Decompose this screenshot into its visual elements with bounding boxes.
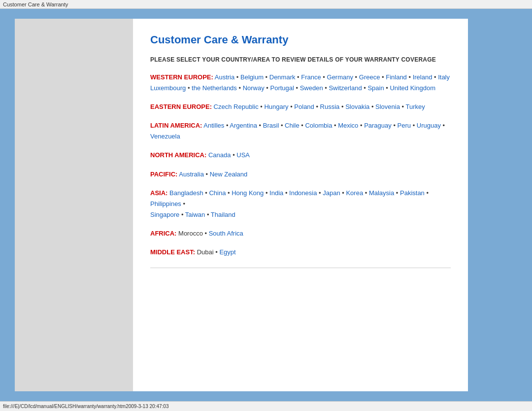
country-link[interactable]: Peru (398, 122, 411, 129)
country-link[interactable]: Indonesia (289, 189, 317, 197)
country-link[interactable]: Slovenia (375, 103, 400, 110)
instruction-text: PLEASE SELECT YOUR COUNTRY/AREA TO REVIE… (150, 56, 451, 63)
country-text: • (294, 84, 300, 92)
separator (150, 268, 451, 268)
country-link[interactable]: Uruguay (417, 122, 441, 129)
country-link[interactable]: Luxembourg (150, 84, 186, 92)
country-text: • (296, 73, 301, 81)
country-link[interactable]: Germany (327, 73, 353, 81)
country-text: • (205, 211, 211, 218)
country-link[interactable]: Portugal (270, 84, 294, 92)
country-link[interactable]: Brasil (263, 122, 279, 129)
main-content: Customer Care & Warranty PLEASE SELECT Y… (133, 19, 468, 391)
country-text: • (441, 122, 445, 129)
country-link[interactable]: Colombia (305, 122, 332, 129)
country-link[interactable]: China (209, 189, 226, 197)
country-link[interactable]: Argentina (230, 122, 257, 129)
country-link[interactable]: USA (236, 151, 250, 159)
country-link[interactable]: Mexico (338, 122, 358, 129)
country-link[interactable]: Ireland (413, 73, 432, 81)
country-link[interactable]: Malaysia (369, 189, 394, 197)
country-link[interactable]: Venezuela (150, 133, 180, 140)
country-text: • (231, 151, 237, 159)
country-link[interactable]: Spain (367, 84, 384, 92)
country-link[interactable]: Russia (320, 103, 340, 110)
country-link[interactable]: Antilles (203, 122, 224, 129)
country-link[interactable]: Philippines (150, 200, 181, 207)
country-text: • (317, 189, 323, 197)
country-text: • (362, 84, 368, 92)
country-text: • (314, 103, 320, 110)
country-link[interactable]: Japan (323, 189, 340, 197)
country-text: • (181, 200, 185, 207)
country-text: • (363, 189, 369, 197)
regions-container: WESTERN EUROPE: Austria • Belgium • Denm… (150, 72, 451, 258)
country-link[interactable]: Pakistan (400, 189, 425, 197)
country-text: • (323, 84, 329, 92)
country-link[interactable]: the Netherlands (192, 84, 237, 92)
country-text: • (264, 189, 269, 197)
country-link[interactable]: Paraguay (364, 122, 392, 129)
country-text: • (179, 211, 185, 218)
country-text: • (392, 122, 398, 129)
country-link[interactable]: India (269, 189, 283, 197)
country-text: • (321, 73, 327, 81)
country-link[interactable]: United Kingdom (390, 84, 435, 92)
region-label: WESTERN EUROPE: (150, 73, 213, 81)
country-link[interactable]: Poland (294, 103, 314, 110)
country-link[interactable]: Taiwan (185, 211, 205, 218)
country-link[interactable]: Sweden (300, 84, 323, 92)
country-link[interactable]: Chile (285, 122, 299, 129)
country-text: • (394, 189, 400, 197)
country-text: • (425, 189, 429, 197)
left-panel (15, 19, 133, 391)
country-link[interactable]: Canada (208, 151, 231, 159)
country-text: • (279, 122, 285, 129)
country-text: • (204, 171, 210, 178)
country-link[interactable]: Egypt (219, 248, 235, 256)
country-link[interactable]: Singapore (150, 211, 179, 218)
status-bar: file:///E|/CD/lcd/manual/ENGLISH/warrant… (0, 401, 532, 411)
country-link[interactable]: Bangladesh (169, 189, 203, 197)
country-text: Morocco (178, 230, 203, 237)
page-title: Customer Care & Warranty (150, 34, 451, 46)
country-link[interactable]: Belgium (240, 73, 264, 81)
country-link[interactable]: Australia (179, 171, 204, 178)
country-text: • (264, 73, 269, 81)
region-latin-america: LATIN AMERICA: Antilles • Argentina • Br… (150, 120, 451, 142)
region-label: PACIFIC: (150, 171, 177, 178)
country-text: • (203, 230, 209, 237)
country-text: • (259, 103, 265, 110)
country-text: • (299, 122, 305, 129)
country-link[interactable]: New Zealand (210, 171, 248, 178)
country-link[interactable]: Italy (438, 73, 450, 81)
country-link[interactable]: Hong Kong (232, 189, 264, 197)
region-asia: ASIA: Bangladesh • China • Hong Kong • I… (150, 188, 451, 220)
region-middle-east: MIDDLE EAST: Dubai • Egypt (150, 247, 451, 258)
country-link[interactable]: Korea (346, 189, 363, 197)
country-link[interactable]: Austria (215, 73, 234, 81)
country-link[interactable]: Switzerland (329, 84, 362, 92)
country-link[interactable]: South Africa (209, 230, 243, 237)
country-link[interactable]: France (301, 73, 321, 81)
country-link[interactable]: Slovakia (345, 103, 369, 110)
region-label: NORTH AMERICA: (150, 151, 206, 159)
country-text: • (226, 189, 232, 197)
country-text: • (203, 189, 209, 197)
country-text: • (384, 84, 390, 92)
region-africa: AFRICA: Morocco • South Africa (150, 228, 451, 239)
region-label: EASTERN EUROPE: (150, 103, 212, 110)
country-text: • (289, 103, 295, 110)
country-link[interactable]: Czech Republic (214, 103, 259, 110)
country-link[interactable]: Norway (243, 84, 265, 92)
country-link[interactable]: Turkey (405, 103, 425, 110)
country-link[interactable]: Greece (359, 73, 380, 81)
country-link[interactable]: Thailand (211, 211, 235, 218)
country-link[interactable]: Hungary (264, 103, 288, 110)
country-text: • (214, 248, 220, 256)
country-text: • (332, 122, 338, 129)
country-text: • (400, 103, 406, 110)
country-link[interactable]: Denmark (269, 73, 296, 81)
country-link[interactable]: Finland (386, 73, 407, 81)
title-bar-text: Customer Care & Warranty (3, 1, 68, 7)
